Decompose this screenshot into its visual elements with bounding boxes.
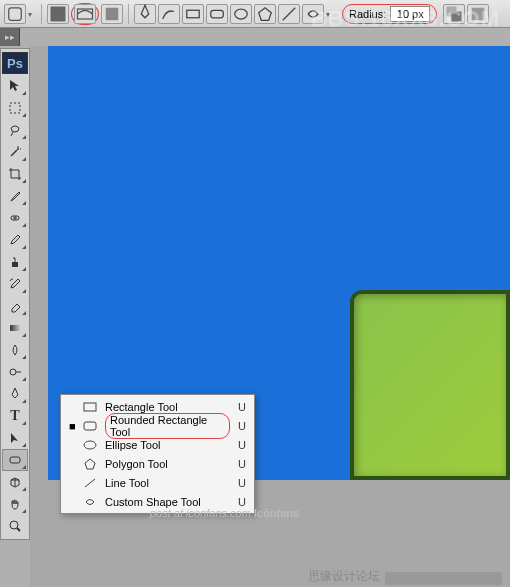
rounded-rectangle-icon — [83, 420, 97, 432]
marquee-tool[interactable] — [2, 97, 28, 119]
rounded-rect-shape-button[interactable] — [206, 4, 228, 24]
paths-button[interactable] — [74, 4, 96, 24]
gradient-tool[interactable] — [2, 317, 28, 339]
menu-label: Rounded Rectangle Tool — [105, 413, 230, 439]
svg-rect-21 — [10, 325, 20, 331]
menu-label: Line Tool — [105, 477, 230, 489]
watermark-top-right: BBS.16XX8.COM — [311, 6, 500, 32]
eyedropper-tool[interactable] — [2, 185, 28, 207]
svg-point-25 — [10, 521, 18, 529]
menu-shortcut: U — [238, 401, 246, 413]
pen-tool[interactable] — [2, 383, 28, 405]
photoshop-logo: Ps — [2, 52, 28, 74]
dodge-tool[interactable] — [2, 361, 28, 383]
shape-tool[interactable] — [2, 449, 28, 471]
menu-label: Polygon Tool — [105, 458, 230, 470]
selected-indicator: ■ — [69, 420, 75, 432]
watermark-bottom-left: post at iconfans.com Icōnfans — [150, 507, 299, 519]
pen-icon[interactable] — [134, 4, 156, 24]
rounded-rectangle-shape[interactable] — [350, 290, 510, 480]
lasso-tool[interactable] — [2, 119, 28, 141]
svg-rect-1 — [51, 6, 66, 21]
menu-item-rounded-rectangle[interactable]: ■ Rounded Rectangle Tool U — [63, 416, 252, 435]
menu-item-polygon[interactable]: Polygon Tool U — [63, 454, 252, 473]
svg-rect-27 — [84, 403, 96, 411]
svg-point-6 — [235, 9, 248, 19]
rectangle-icon — [83, 401, 97, 413]
path-selection-tool[interactable] — [2, 427, 28, 449]
menu-label: Ellipse Tool — [105, 439, 230, 451]
menu-shortcut: U — [238, 439, 246, 451]
polygon-icon — [83, 458, 97, 470]
chevron-down-icon[interactable]: ▾ — [28, 10, 36, 18]
menu-shortcut: U — [238, 458, 246, 470]
svg-point-29 — [84, 441, 96, 449]
svg-rect-3 — [106, 7, 119, 20]
3d-tool[interactable] — [2, 471, 28, 493]
healing-brush-tool[interactable] — [2, 207, 28, 229]
eraser-tool[interactable] — [2, 295, 28, 317]
menu-shortcut: U — [238, 420, 246, 432]
paths-mode-highlight — [71, 3, 99, 25]
rectangle-shape-button[interactable] — [182, 4, 204, 24]
shape-layers-button[interactable] — [47, 4, 69, 24]
svg-line-26 — [17, 528, 20, 531]
zoom-tool[interactable] — [2, 515, 28, 537]
ellipse-shape-button[interactable] — [230, 4, 252, 24]
hand-tool[interactable] — [2, 493, 28, 515]
svg-rect-28 — [84, 422, 96, 430]
history-brush-tool[interactable] — [2, 273, 28, 295]
brush-tool[interactable] — [2, 229, 28, 251]
crop-tool[interactable] — [2, 163, 28, 185]
svg-point-22 — [10, 369, 16, 375]
type-tool[interactable]: T — [2, 405, 28, 427]
separator — [128, 4, 129, 24]
menu-shortcut: U — [238, 477, 246, 489]
toolbox: Ps T — [0, 48, 30, 540]
menu-label: Rectangle Tool — [105, 401, 230, 413]
watermark-bottom-right: WWW.MISSYUAN.COM — [385, 572, 502, 585]
svg-marker-30 — [85, 459, 95, 469]
menu-item-ellipse[interactable]: Ellipse Tool U — [63, 435, 252, 454]
shape-tool-flyout-menu: Rectangle Tool U ■ Rounded Rectangle Too… — [60, 394, 255, 514]
double-arrow-icon: ▸▸ — [5, 32, 15, 42]
svg-rect-24 — [10, 457, 20, 463]
clone-stamp-tool[interactable] — [2, 251, 28, 273]
watermark-bottom-center: 思缘设计论坛 — [308, 568, 380, 585]
freeform-pen-icon[interactable] — [158, 4, 180, 24]
svg-line-13 — [11, 150, 17, 156]
menu-item-line[interactable]: Line Tool U — [63, 473, 252, 492]
panel-tab[interactable]: ▸▸ — [0, 28, 20, 46]
line-icon — [83, 477, 97, 489]
blur-tool[interactable] — [2, 339, 28, 361]
svg-line-8 — [283, 7, 296, 20]
separator — [41, 4, 42, 24]
svg-point-14 — [17, 148, 19, 150]
polygon-shape-button[interactable] — [254, 4, 276, 24]
svg-rect-12 — [10, 103, 20, 113]
fill-pixels-button[interactable] — [101, 4, 123, 24]
custom-shape-icon — [83, 496, 97, 508]
menu-label: Custom Shape Tool — [105, 496, 230, 508]
move-tool[interactable] — [2, 75, 28, 97]
menu-shortcut: U — [238, 496, 246, 508]
svg-rect-5 — [211, 10, 224, 18]
line-shape-button[interactable] — [278, 4, 300, 24]
svg-rect-20 — [12, 262, 18, 267]
svg-rect-4 — [187, 10, 200, 18]
magic-wand-tool[interactable] — [2, 141, 28, 163]
tool-preset-button[interactable] — [4, 4, 26, 24]
svg-rect-0 — [9, 7, 22, 20]
svg-line-31 — [85, 479, 95, 487]
svg-marker-7 — [259, 7, 272, 20]
ellipse-icon — [83, 439, 97, 451]
